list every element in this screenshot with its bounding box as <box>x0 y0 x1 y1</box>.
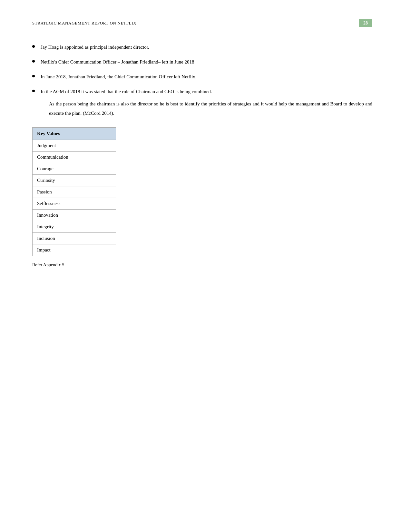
bullet-dot <box>32 90 35 92</box>
page-header: STRATEGIC MANAGEMENT REPORT ON NETFLIX 2… <box>32 19 372 27</box>
table-row: Judgment <box>33 140 116 152</box>
table-row: Communication <box>33 152 116 163</box>
bullet-text: In the AGM of 2018 it was stated that th… <box>41 89 212 94</box>
table-row: Impact <box>33 244 116 256</box>
table-row: Curiosity <box>33 175 116 186</box>
page: STRATEGIC MANAGEMENT REPORT ON NETFLIX 2… <box>0 0 411 532</box>
table-row: Passion <box>33 186 116 198</box>
key-values-table: Key Values JudgmentCommunicationCourageC… <box>32 127 116 256</box>
table-row: Integrity <box>33 221 116 233</box>
table-row: Innovation <box>33 210 116 221</box>
list-item: In June 2018, Jonathan Friedland, the Ch… <box>32 73 372 81</box>
footer-note: Refer Appendix 5 <box>32 262 372 268</box>
table-row: Courage <box>33 163 116 175</box>
bullet-dot <box>32 60 35 63</box>
bullet-text: In June 2018, Jonathan Friedland, the Ch… <box>41 73 372 81</box>
table-row: Inclusion <box>33 233 116 244</box>
bullet-dot <box>32 45 35 48</box>
list-item: Jay Hoag is appointed as principal indep… <box>32 43 372 51</box>
key-values-header: Key Values <box>33 128 116 140</box>
table-row: Selflessness <box>33 198 116 210</box>
page-number: 28 <box>359 19 372 27</box>
bullet-dot <box>32 75 35 77</box>
page-title: STRATEGIC MANAGEMENT REPORT ON NETFLIX <box>32 21 136 26</box>
bullet-list: Jay Hoag is appointed as principal indep… <box>32 43 372 118</box>
bullet-text: Jay Hoag is appointed as principal indep… <box>41 43 372 51</box>
bullet-text: Netflix's Chief Communication Officer – … <box>41 58 372 66</box>
list-item: Netflix's Chief Communication Officer – … <box>32 58 372 66</box>
list-item: In the AGM of 2018 it was stated that th… <box>32 88 372 118</box>
sub-paragraph: As the person being the chairman is also… <box>49 99 372 118</box>
